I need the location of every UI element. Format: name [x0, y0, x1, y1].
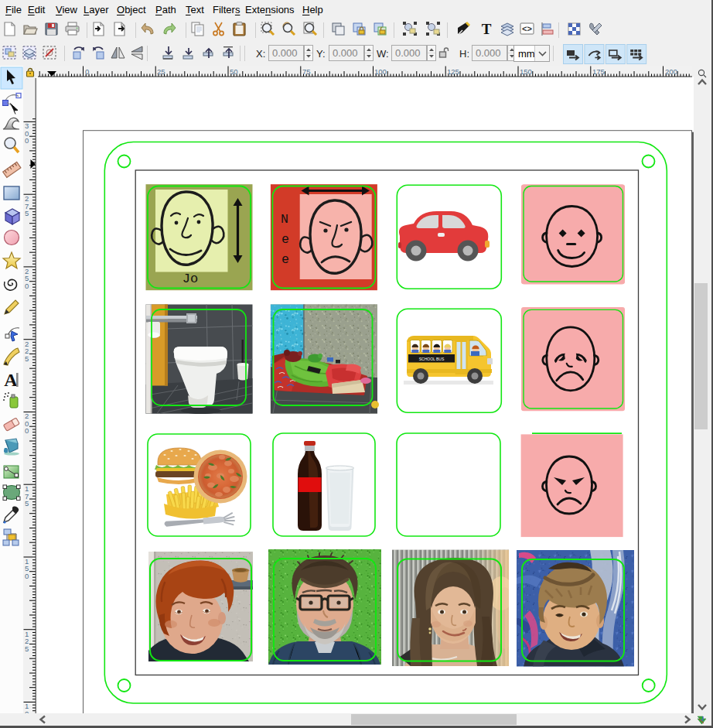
- svg-text:75: 75: [302, 67, 311, 76]
- svg-text:5: 5: [25, 499, 29, 508]
- svg-text:5: 5: [25, 644, 29, 653]
- svg-text:200: 200: [665, 67, 677, 76]
- svg-text:150: 150: [520, 67, 532, 76]
- svg-text:125: 125: [447, 67, 459, 76]
- svg-text:0: 0: [25, 282, 29, 290]
- svg-text:50: 50: [230, 67, 238, 76]
- svg-text:100: 100: [374, 67, 387, 76]
- svg-text:25: 25: [157, 67, 165, 76]
- svg-text:<>: <>: [522, 24, 532, 33]
- svg-text:0: 0: [25, 572, 29, 580]
- svg-text:5: 5: [25, 354, 29, 363]
- svg-text:0: 0: [25, 136, 29, 145]
- svg-text:T: T: [482, 21, 492, 37]
- svg-text:175: 175: [592, 67, 605, 76]
- svg-text:0: 0: [25, 426, 29, 435]
- svg-text:5: 5: [25, 209, 29, 217]
- svg-text:0: 0: [85, 67, 89, 76]
